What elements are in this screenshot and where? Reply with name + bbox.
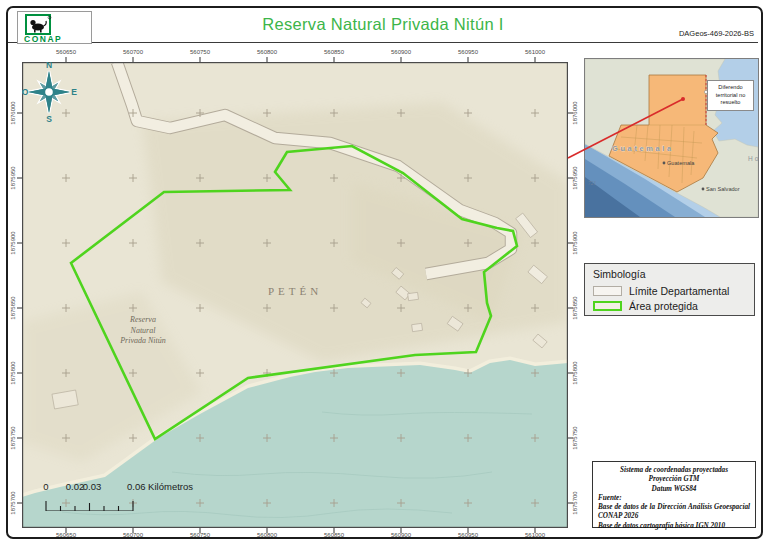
country-label: Guatemala [612, 144, 674, 153]
grid-label-right: 1875900 [570, 219, 580, 267]
legend: Simbología Límite Departamental Área pro… [584, 263, 755, 316]
grid-label-top: 560750 [176, 47, 224, 57]
compass-s: S [46, 114, 52, 124]
scale-ruler-icon [40, 495, 150, 511]
city-dot-san-salvador [702, 188, 705, 191]
dispute-note: Diferendo territorial no resuelto [707, 80, 754, 111]
grid-label-bottom: 560650 [42, 530, 90, 540]
grid-label-left: 1875900 [8, 219, 18, 267]
scale-006-km: 0.06 Kilómetros [127, 481, 193, 492]
scale-002: 0.02 [66, 481, 85, 492]
grid-label-right: 1876000 [570, 89, 580, 137]
grid-label-left: 1875950 [8, 154, 18, 202]
document-code: DAGeos-469-2026-BS [679, 29, 754, 38]
grid-label-bottom: 560850 [310, 530, 358, 540]
department-label: PETÉN [245, 285, 345, 297]
grid-label-top: 560700 [109, 47, 157, 57]
grid-label-bottom: 560700 [109, 530, 157, 540]
grid-label-bottom: 561000 [511, 530, 559, 540]
terrain-label: 721 [588, 180, 597, 186]
header: CONAP Reserva Natural Privada Nitún I DA… [8, 8, 758, 43]
grid-label-top: 560800 [243, 47, 291, 57]
legend-item-protected-area: Área protegida [593, 298, 754, 313]
grid-label-bottom: 560950 [444, 530, 492, 540]
grid-label-top: 561000 [511, 47, 559, 57]
compass-rose-icon: N S E O [22, 56, 78, 126]
source-line: Fuente: [598, 494, 750, 503]
legend-label: Límite Departamental [629, 285, 729, 297]
legend-swatch-departmental-limit [593, 286, 622, 296]
reserve-name-label: Reserva Natural Privada Nitún [95, 315, 191, 347]
scale-zero: 0 [43, 481, 48, 492]
grid-label-left: 1875800 [8, 349, 18, 397]
source-line: Sistema de coordenadas proyectadas [598, 466, 750, 475]
grid-label-bottom: 560750 [176, 530, 224, 540]
grid-label-top: 560950 [444, 47, 492, 57]
honduras-partial-label: Ho [748, 155, 759, 162]
grid-label-right: 1875950 [570, 154, 580, 202]
grid-label-bottom: 560900 [377, 530, 425, 540]
city-label-san-salvador: San Salvador [706, 186, 740, 192]
legend-title: Simbología [593, 268, 754, 280]
compass-n: N [46, 60, 52, 70]
map-sheet: CONAP Reserva Natural Privada Nitún I DA… [0, 0, 768, 544]
grid-label-right: 1875850 [570, 284, 580, 332]
compass-o: O [22, 87, 29, 97]
city-label-guatemala: Guatemala [667, 160, 695, 166]
grid-label-right: 1875800 [570, 349, 580, 397]
grid-label-left: 1875700 [8, 479, 18, 527]
grid-label-right: 1875750 [570, 414, 580, 462]
legend-label: Área protegida [629, 300, 698, 312]
page-title: Reserva Natural Privada Nitún I [8, 15, 758, 34]
grid-label-right: 1875700 [570, 479, 580, 527]
grid-label-bottom: 560800 [243, 530, 291, 540]
conap-wordmark: CONAP [24, 34, 84, 44]
source-line: Proyección GTM [598, 475, 750, 484]
scale-003: 0.03 [83, 481, 102, 492]
source-line: Datum WGS84 [598, 485, 750, 494]
source-box: Sistema de coordenadas proyectadasProyec… [592, 461, 756, 528]
scale-bar: 0 0.02 0.03 0.06 Kilómetros [40, 481, 230, 515]
source-line: Base de datos cartografía básica IGN 201… [598, 522, 750, 531]
grid-label-top: 560900 [377, 47, 425, 57]
legend-swatch-protected-area [593, 301, 622, 311]
legend-item-departmental: Límite Departamental [593, 283, 754, 298]
compass-e: E [71, 87, 77, 97]
source-line: CONAP 2026 [598, 512, 750, 521]
grid-label-left: 1875750 [8, 414, 18, 462]
grid-label-left: 1875850 [8, 284, 18, 332]
source-line: Base de datos de la Dirección Análisis G… [598, 503, 750, 512]
city-dot-guatemala [663, 162, 666, 165]
grid-label-top: 560650 [42, 47, 90, 57]
grid-label-top: 560850 [310, 47, 358, 57]
grid-label-left: 1876000 [8, 89, 18, 137]
